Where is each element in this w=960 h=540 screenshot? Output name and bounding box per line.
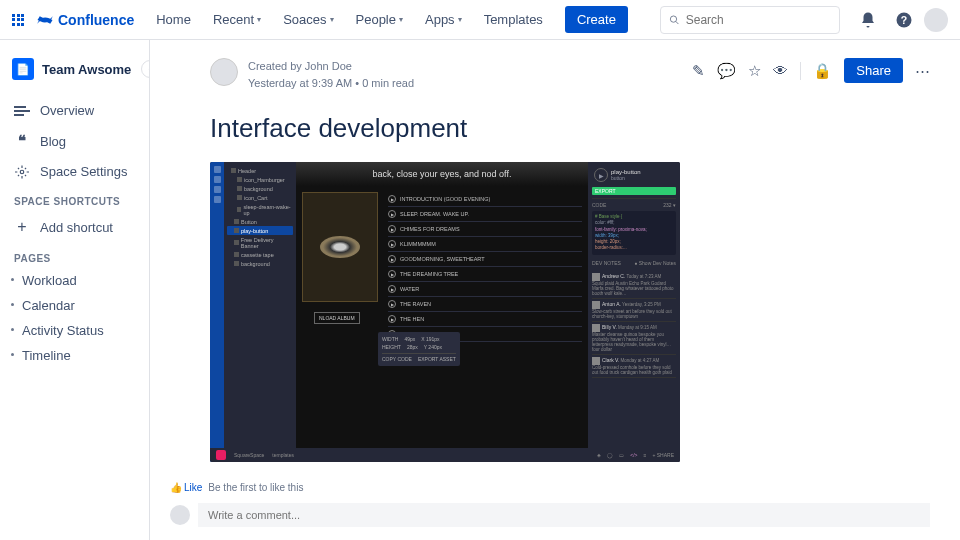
comment-avatar xyxy=(170,505,190,525)
sidebar-settings[interactable]: Space Settings xyxy=(8,157,141,186)
sidebar-pages-heading: PAGES xyxy=(8,243,141,268)
created-by: Created by John Doe xyxy=(248,58,414,75)
apps-switcher-icon[interactable] xyxy=(12,14,24,26)
overview-icon xyxy=(14,105,30,117)
notifications-icon[interactable] xyxy=(856,8,880,32)
sidebar-blog[interactable]: ❝Blog xyxy=(8,125,141,157)
embed-hero-text: back, close your eyes, and nod off. xyxy=(296,162,588,186)
top-nav: Confluence Home Recent▾ Soaces▾ People▾ … xyxy=(0,0,960,40)
nav-spaces[interactable]: Soaces▾ xyxy=(273,6,343,33)
more-actions-icon[interactable]: ⋯ xyxy=(915,62,930,80)
main-content: ✎ 💬 ☆ 👁 🔒 Share ⋯ Created by John Doe Ye… xyxy=(150,40,960,540)
embed-toolbar xyxy=(210,162,224,462)
share-button[interactable]: Share xyxy=(844,58,903,83)
user-avatar[interactable] xyxy=(924,8,948,32)
embedded-screenshot: Headericon_Hamburgerbackgroundicon_Carts… xyxy=(210,162,680,462)
embed-download-btn: NLOAD ALBUM xyxy=(314,312,360,324)
confluence-logo[interactable]: Confluence xyxy=(36,11,134,29)
embed-track-list: ▶INTRODUCTION (GOOD EVENING)▶SLEEP. DREA… xyxy=(388,192,582,342)
like-bar: 👍 Like Be the first to like this xyxy=(170,482,930,493)
svg-point-0 xyxy=(670,15,676,21)
like-button[interactable]: 👍 Like xyxy=(170,482,202,493)
sidebar-collapse-button[interactable]: ‹ xyxy=(141,60,150,78)
restrictions-icon[interactable]: 🔒 xyxy=(813,62,832,80)
sidebar-shortcuts-heading: SPACE SHORTCUTS xyxy=(8,186,141,211)
chevron-down-icon: ▾ xyxy=(257,15,261,24)
page-workload[interactable]: Workload xyxy=(8,268,141,293)
gear-icon xyxy=(14,165,30,179)
embed-export-btn: EXPORT xyxy=(592,187,676,195)
embed-bottom-bar: SquareSpacetemplates ◈◯▭</>≡+ SHARE xyxy=(210,448,680,462)
confluence-icon xyxy=(36,11,54,29)
comment-input[interactable] xyxy=(198,503,930,527)
add-shortcut-button[interactable]: +Add shortcut xyxy=(8,211,141,243)
like-prompt: Be the first to like this xyxy=(208,482,303,493)
chevron-down-icon: ▾ xyxy=(399,15,403,24)
plus-icon: + xyxy=(14,218,30,236)
author-avatar[interactable] xyxy=(210,58,238,86)
search-icon xyxy=(669,14,680,26)
star-icon[interactable]: ☆ xyxy=(748,62,761,80)
embed-inspect-popup: WIDTH49pxX 191px HEIGHT28pxY 240px COPY … xyxy=(378,332,460,366)
search-box[interactable] xyxy=(660,6,840,34)
page-calendar[interactable]: Calendar xyxy=(8,293,141,318)
comment-composer xyxy=(170,503,930,527)
svg-point-7 xyxy=(20,170,24,174)
nav-home[interactable]: Home xyxy=(146,6,201,33)
embed-album-art xyxy=(302,192,378,302)
chevron-down-icon: ▾ xyxy=(330,15,334,24)
nav-templates[interactable]: Templates xyxy=(474,6,553,33)
svg-text:?: ? xyxy=(901,13,907,25)
nav-people[interactable]: People▾ xyxy=(346,6,413,33)
edit-icon[interactable]: ✎ xyxy=(692,62,705,80)
page-dateline: Yesterday at 9:39 AM • 0 min read xyxy=(248,75,414,92)
page-actions: ✎ 💬 ☆ 👁 🔒 Share ⋯ xyxy=(692,58,930,83)
nav-links: Home Recent▾ Soaces▾ People▾ Apps▾ Templ… xyxy=(146,6,553,33)
page-title: Interface development xyxy=(210,113,930,144)
blog-icon: ❝ xyxy=(14,132,30,150)
comment-icon[interactable]: 💬 xyxy=(717,62,736,80)
page-activity-status[interactable]: Activity Status xyxy=(8,318,141,343)
search-input[interactable] xyxy=(686,13,831,27)
space-icon: 📄 xyxy=(12,58,34,80)
chevron-down-icon: ▾ xyxy=(458,15,462,24)
nav-recent[interactable]: Recent▾ xyxy=(203,6,271,33)
space-name: Team Awsome xyxy=(42,62,131,77)
help-icon[interactable]: ? xyxy=(892,8,916,32)
embed-layer-tree: Headericon_Hamburgerbackgroundicon_Carts… xyxy=(224,162,296,462)
sidebar: ‹ 📄 Team Awsome Overview ❝Blog Space Set… xyxy=(0,40,150,540)
logo-text: Confluence xyxy=(58,12,134,28)
space-header[interactable]: 📄 Team Awsome xyxy=(8,52,141,86)
nav-apps[interactable]: Apps▾ xyxy=(415,6,472,33)
svg-line-1 xyxy=(676,21,679,24)
embed-inspector-panel: ▶ play-buttonbutton EXPORT CODE232 ▾ # B… xyxy=(588,162,680,462)
create-button[interactable]: Create xyxy=(565,6,628,33)
watch-icon[interactable]: 👁 xyxy=(773,62,788,79)
sidebar-overview[interactable]: Overview xyxy=(8,96,141,125)
page-timeline[interactable]: Timeline xyxy=(8,343,141,368)
embed-canvas: 350400450500550600 back, close your eyes… xyxy=(296,162,588,462)
